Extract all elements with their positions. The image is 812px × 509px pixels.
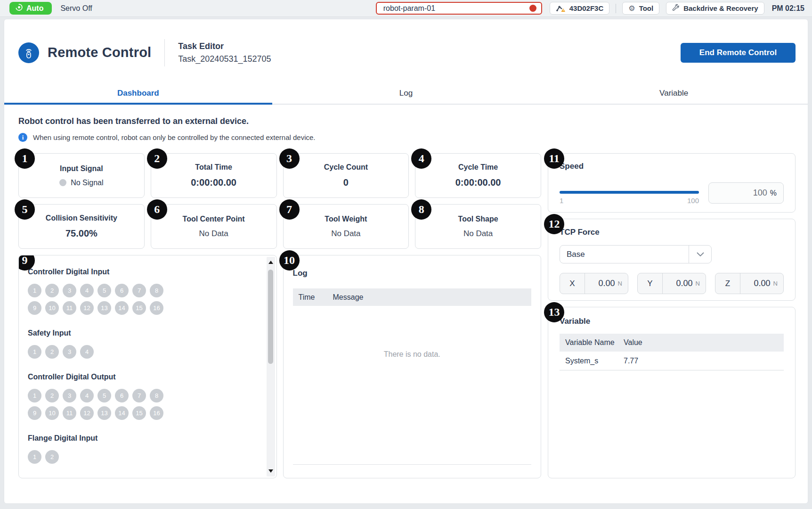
io-indicator: 1 <box>28 284 41 297</box>
step-badge-11: 11 <box>544 148 564 169</box>
io-indicator: 7 <box>132 389 146 402</box>
robot-id-chip[interactable]: 43D02F3C <box>550 2 610 15</box>
tab-dashboard[interactable]: Dashboard <box>4 83 272 104</box>
step-badge-1: 1 <box>15 148 35 169</box>
force-x-value: 0.00 <box>599 279 615 288</box>
io-indicator: 1 <box>28 450 41 464</box>
io-indicator: 7 <box>132 284 146 297</box>
io-indicator: 1 <box>28 389 41 402</box>
speed-slider-track[interactable] <box>560 191 699 194</box>
reference-frame-select[interactable]: Base <box>560 245 712 263</box>
wrench-icon <box>672 4 680 13</box>
signal-status-dot <box>59 179 66 186</box>
speed-value: 100 <box>753 188 767 198</box>
dashboard-content: Robot control has been transferred to an… <box>4 105 808 478</box>
force-z-value: 0.00 <box>754 279 771 288</box>
force-x-field: X 0.00 N <box>560 273 628 294</box>
card-input-signal: 1 Input Signal No Signal <box>18 153 145 198</box>
io-indicator: 16 <box>150 406 163 420</box>
speed-slider[interactable]: 1 100 <box>560 182 699 205</box>
backdrive-recovery-button[interactable]: Backdrive & Recovery <box>666 2 764 15</box>
log-table-header: Time Message <box>293 288 532 306</box>
robot-id: 43D02F3C <box>569 4 604 12</box>
variable-column-value: Value <box>624 338 642 347</box>
robot-param-input[interactable]: robot-param-01 <box>376 2 542 15</box>
io-indicator: 2 <box>45 284 59 297</box>
io-indicator: 5 <box>97 389 111 402</box>
variable-table-header: Variable Name Value <box>560 334 784 352</box>
axis-z-label: Z <box>715 273 740 294</box>
io-indicator-group: 12 <box>28 450 169 464</box>
io-indicator: 11 <box>63 301 76 315</box>
io-indicator: 6 <box>115 284 129 297</box>
step-badge-8: 8 <box>411 199 431 220</box>
card-value: 0:00:00.00 <box>455 177 501 188</box>
io-indicator-group: 12345678910111213141516 <box>28 389 169 420</box>
io-section-title: Controller Digital Output <box>28 373 262 381</box>
tcp-force-title: TCP Force <box>560 228 784 237</box>
io-indicator: 3 <box>63 389 76 402</box>
robot-param-value: robot-param-01 <box>383 4 435 13</box>
io-indicator: 2 <box>45 450 59 464</box>
speed-value-input[interactable]: 100 % <box>708 182 784 204</box>
io-indicator: 11 <box>63 406 76 420</box>
axis-x-label: X <box>560 273 585 294</box>
io-indicator: 13 <box>97 406 111 420</box>
io-indicator: 14 <box>115 406 129 420</box>
end-remote-control-button[interactable]: End Remote Control <box>681 43 796 63</box>
step-badge-10: 10 <box>279 250 300 271</box>
io-panel-scrollbar[interactable] <box>267 257 275 476</box>
record-dot-icon <box>529 5 536 12</box>
io-indicator: 8 <box>150 284 163 297</box>
log-panel-title: Log <box>293 269 532 278</box>
scrollbar-thumb[interactable] <box>268 270 273 364</box>
io-indicator: 1 <box>28 345 41 359</box>
dashboard-left-grid: 1 Input Signal No Signal 2 Total Time 0:… <box>18 153 541 478</box>
main-sheet: Remote Control Task Editor Task_20240531… <box>4 19 808 504</box>
io-indicator: 9 <box>28 301 41 315</box>
tab-variable[interactable]: Variable <box>540 83 808 104</box>
step-badge-2: 2 <box>147 148 167 169</box>
step-badge-7: 7 <box>279 199 300 220</box>
card-cycle-count: 3 Cycle Count 0 <box>283 153 409 198</box>
speed-unit: % <box>770 189 777 197</box>
card-label: Tool Weight <box>325 215 367 223</box>
io-indicator: 5 <box>97 284 111 297</box>
card-label: Cycle Time <box>458 163 498 172</box>
scroll-down-icon[interactable] <box>268 469 273 473</box>
io-indicator: 4 <box>80 389 94 402</box>
scroll-up-icon[interactable] <box>268 261 273 264</box>
log-column-time: Time <box>293 293 333 302</box>
io-indicator-group: 12345678910111213141516 <box>28 284 169 315</box>
force-y-unit: N <box>696 280 700 287</box>
card-value: No Data <box>331 229 360 238</box>
card-tool-weight: 7 Tool Weight No Data <box>283 204 409 249</box>
panel-title: Task Editor <box>178 41 271 51</box>
mode-label: Auto <box>26 4 43 13</box>
tab-log[interactable]: Log <box>272 83 540 104</box>
card-value: 0 <box>343 177 349 188</box>
card-label: Tool Center Point <box>183 215 245 223</box>
tcp-force-panel: 12 TCP Force Base X 0.00 N <box>548 219 796 301</box>
step-badge-4: 4 <box>411 148 431 169</box>
log-footer-divider <box>293 464 532 465</box>
topbar-divider <box>616 4 616 13</box>
step-badge-5: 5 <box>15 199 35 220</box>
io-indicator: 4 <box>80 284 94 297</box>
servo-status: Servo Off <box>60 4 92 13</box>
frame-selected-value: Base <box>560 246 689 263</box>
io-indicator: 6 <box>115 389 129 402</box>
card-tool-shape: 8 Tool Shape No Data <box>415 204 541 249</box>
io-indicator: 8 <box>150 389 163 402</box>
card-label: Tool Shape <box>458 215 498 223</box>
log-column-message: Message <box>333 293 364 302</box>
io-indicator: 13 <box>97 301 111 315</box>
notice-title: Robot control has been transferred to an… <box>18 116 796 126</box>
variable-panel: 13 Variable Variable Name Value System_s… <box>548 307 796 478</box>
io-indicator: 3 <box>63 345 76 359</box>
tool-button[interactable]: ⚙ Tool <box>622 2 659 15</box>
card-cycle-time: 4 Cycle Time 0:00:00.00 <box>415 153 541 198</box>
card-tool-center-point: 6 Tool Center Point No Data <box>151 204 277 249</box>
mode-auto-button[interactable]: Auto <box>9 2 52 15</box>
auto-mode-icon <box>15 3 23 13</box>
